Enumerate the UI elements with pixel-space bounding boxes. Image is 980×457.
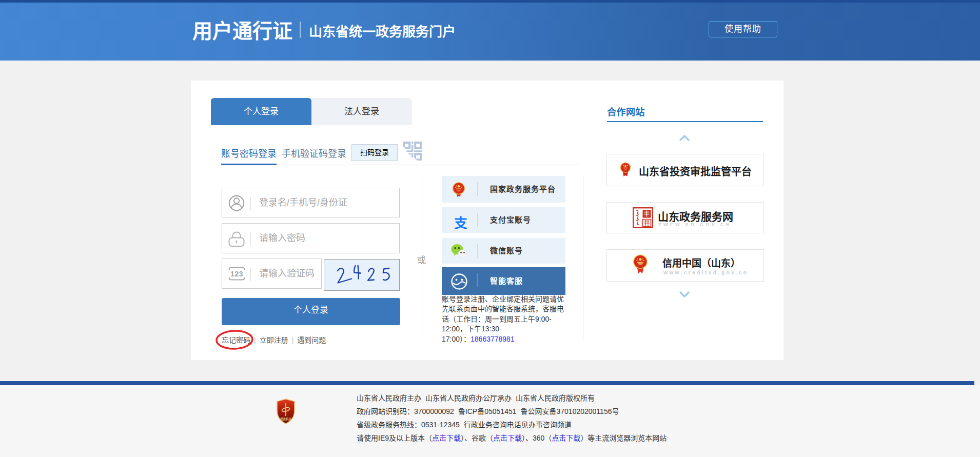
svg-text:123: 123: [230, 270, 243, 278]
svg-text:党政机关: 党政机关: [280, 417, 291, 421]
